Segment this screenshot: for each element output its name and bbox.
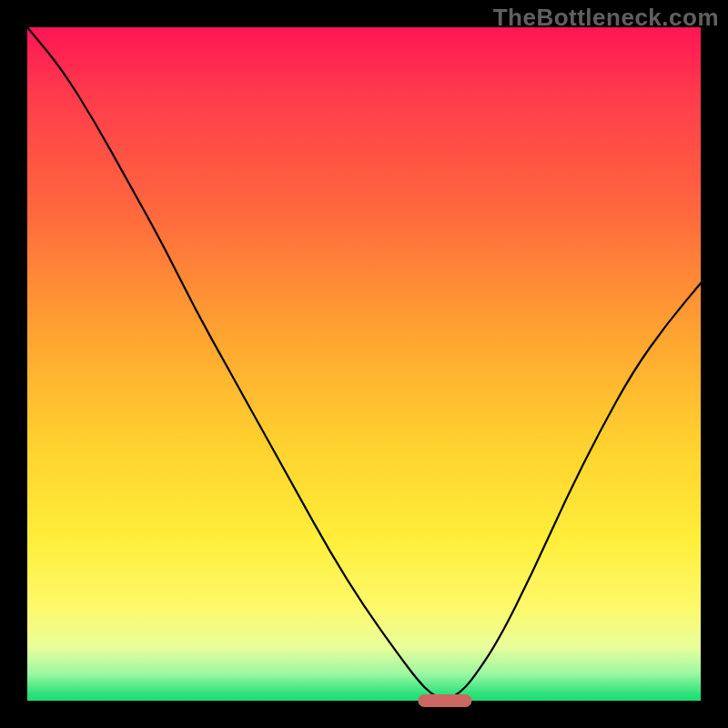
curve-path	[27, 27, 701, 699]
plot-frame	[27, 27, 701, 701]
plot-area	[27, 27, 701, 701]
optimum-marker	[418, 694, 471, 707]
watermark-text: TheBottleneck.com	[493, 4, 719, 32]
chart-container: TheBottleneck.com	[0, 0, 728, 728]
bottleneck-curve	[27, 27, 701, 701]
